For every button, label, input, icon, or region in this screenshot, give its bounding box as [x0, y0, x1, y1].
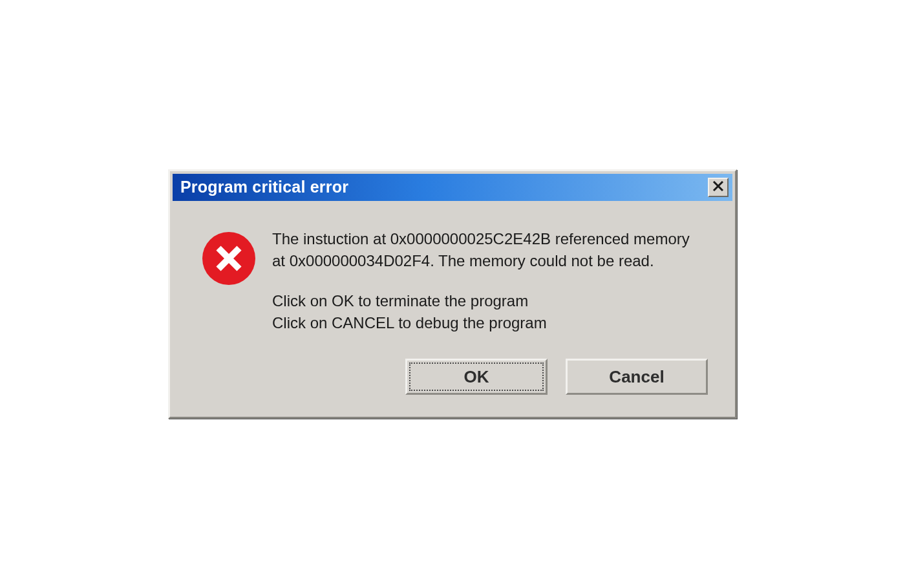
error-message-actions: Click on OK to terminate the program Cli… [272, 290, 703, 334]
error-icon [202, 232, 255, 285]
titlebar[interactable]: Program critical error [173, 174, 732, 201]
ok-button[interactable]: OK [405, 359, 548, 395]
error-dialog: Program critical error The instuction at… [168, 169, 737, 419]
icon-column [202, 228, 255, 334]
cancel-button[interactable]: Cancel [566, 359, 708, 395]
error-message-main: The instuction at 0x0000000025C2E42B ref… [272, 228, 703, 272]
close-button[interactable] [708, 178, 729, 197]
dialog-content: The instuction at 0x0000000025C2E42B ref… [170, 204, 735, 347]
titlebar-text: Program critical error [180, 178, 348, 196]
button-row: OK Cancel [170, 347, 735, 417]
close-icon [712, 180, 724, 194]
message-column: The instuction at 0x0000000025C2E42B ref… [272, 228, 703, 334]
